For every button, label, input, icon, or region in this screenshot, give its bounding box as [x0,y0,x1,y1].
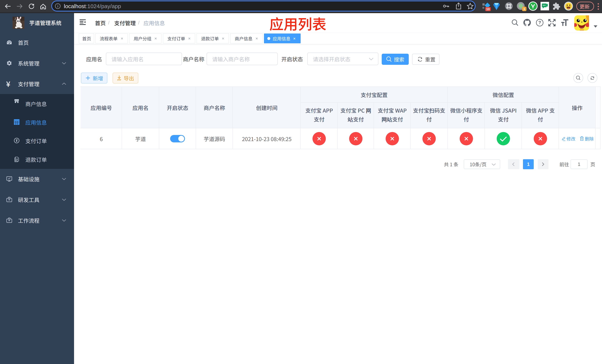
svg-text:10: 10 [486,7,490,11]
svg-text:?: ? [538,20,541,25]
svg-text:1: 1 [523,7,525,11]
